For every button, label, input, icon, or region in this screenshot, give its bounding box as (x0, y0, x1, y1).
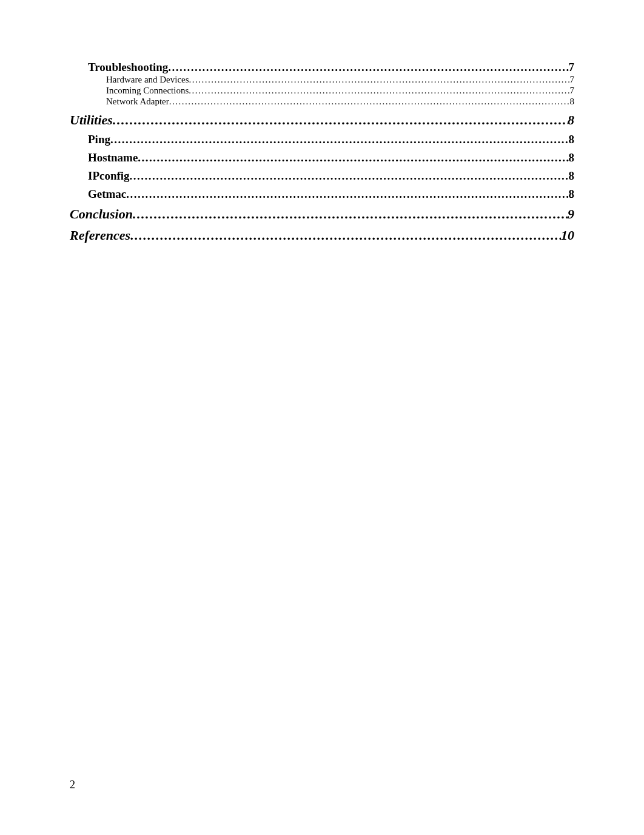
toc-dots: ........................................… (168, 61, 568, 74)
toc-dots: ........................................… (133, 206, 568, 222)
toc-entry-page: 7 (569, 61, 575, 74)
toc-entry-title: Utilities (70, 112, 113, 128)
toc-entry-page: 8 (569, 169, 575, 183)
toc-entry[interactable]: Getmac..................................… (70, 188, 574, 201)
toc-dots: ........................................… (138, 151, 568, 164)
toc-entry-page: 8 (570, 96, 575, 107)
toc-entry-page: 8 (568, 112, 574, 128)
toc-entry[interactable]: References..............................… (70, 228, 574, 243)
toc-entry[interactable]: Conclusion..............................… (70, 206, 574, 222)
toc-entry-page: 8 (569, 188, 575, 201)
toc-entry-page: 10 (561, 228, 574, 243)
table-of-contents: Troubleshooting.........................… (70, 61, 574, 243)
toc-dots: ........................................… (169, 96, 570, 107)
toc-entry-title: References (70, 228, 130, 243)
toc-entry-page: 9 (568, 206, 574, 222)
toc-entry-title: Ping (88, 133, 110, 146)
toc-entry-title: Getmac (88, 188, 126, 201)
toc-entry-title: Network Adapter (106, 96, 169, 107)
toc-entry-title: IPconfig (88, 169, 130, 183)
toc-entry-page: 8 (569, 133, 575, 146)
toc-dots: ........................................… (189, 85, 569, 96)
toc-dots: ........................................… (110, 133, 569, 146)
toc-entry[interactable]: Ping....................................… (70, 133, 574, 146)
toc-entry-title: Troubleshooting (88, 61, 168, 74)
toc-entry[interactable]: Hardware and Devices....................… (70, 74, 574, 85)
toc-entry-page: 7 (570, 74, 575, 85)
toc-dots: ........................................… (126, 188, 568, 201)
toc-dots: ........................................… (113, 112, 568, 128)
toc-dots: ........................................… (189, 74, 570, 85)
toc-entry[interactable]: Troubleshooting.........................… (70, 61, 574, 74)
toc-entry[interactable]: Hostname................................… (70, 151, 574, 164)
toc-entry-page: 8 (569, 151, 575, 164)
toc-entry[interactable]: Incoming Connections....................… (70, 85, 574, 96)
toc-entry-title: Conclusion (70, 206, 133, 222)
toc-entry-title: Incoming Connections (106, 85, 189, 96)
toc-dots: ........................................… (130, 169, 569, 183)
toc-entry-title: Hardware and Devices (106, 74, 189, 85)
toc-entry[interactable]: Network Adapter.........................… (70, 96, 574, 107)
toc-entry-title: Hostname (88, 151, 138, 164)
toc-entry-page: 7 (570, 85, 575, 96)
page-number: 2 (70, 779, 75, 791)
toc-entry[interactable]: Utilities...............................… (70, 112, 574, 128)
toc-dots: ........................................… (130, 228, 561, 243)
toc-entry[interactable]: IPconfig................................… (70, 169, 574, 183)
